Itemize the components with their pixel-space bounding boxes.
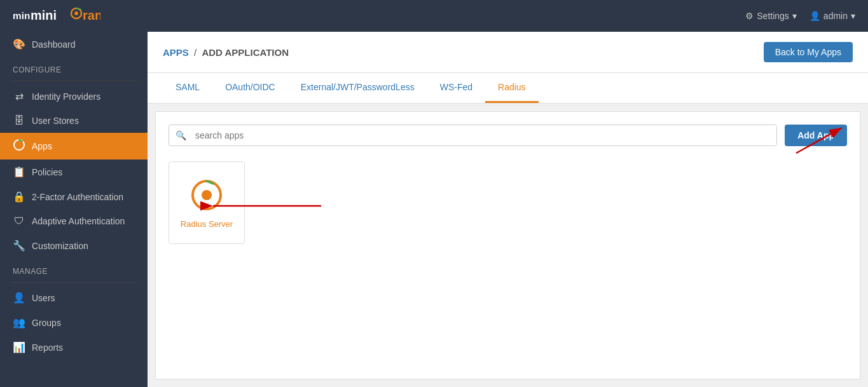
logo-icon: mini (13, 7, 31, 25)
2fa-icon: 🔒 (13, 191, 25, 203)
customization-icon: 🔧 (13, 240, 25, 252)
configure-section-label: Configure (0, 57, 148, 78)
sidebar-item-label: Groups (32, 318, 61, 328)
settings-menu[interactable]: ⚙ Settings ▾ (745, 11, 797, 21)
header-right: ⚙ Settings ▾ 👤 admin ▾ (745, 11, 855, 21)
search-row: 🔍 Add App (169, 125, 847, 146)
tabs-area: SAML OAuth/OIDC External/JWT/PasswordLes… (148, 73, 868, 104)
sidebar-item-label: 2-Factor Authentication (32, 192, 123, 202)
adaptive-auth-icon: 🛡 (13, 215, 25, 227)
tab-oauth[interactable]: OAuth/OIDC (212, 73, 288, 103)
app-card-label: Radius Server (181, 219, 233, 229)
breadcrumb-separator: / (194, 47, 196, 58)
user-stores-icon: 🗄 (13, 115, 25, 126)
search-box: 🔍 (169, 125, 777, 146)
groups-icon: 👥 (13, 316, 25, 329)
admin-caret-icon: ▾ (851, 11, 855, 21)
svg-text:mini: mini (13, 10, 31, 21)
apps-content-panel: 🔍 Add App (155, 111, 860, 379)
sidebar-item-label: Reports (32, 343, 63, 353)
search-input[interactable] (193, 125, 776, 146)
manage-divider (10, 282, 137, 283)
page-header: APPS / ADD APPLICATION Back to My Apps (148, 32, 868, 73)
logo: mini mini range (13, 6, 100, 26)
add-app-button[interactable]: Add App (785, 125, 847, 146)
settings-label: Settings (757, 11, 789, 21)
sidebar-item-label: Users (32, 293, 55, 303)
settings-caret-icon: ▾ (792, 11, 797, 21)
sidebar-item-user-stores[interactable]: 🗄 User Stores (0, 109, 148, 133)
gear-icon: ⚙ (745, 11, 754, 21)
main-layout: 🎨 Dashboard Configure ⇄ Identity Provide… (0, 32, 868, 387)
sidebar-item-groups[interactable]: 👥 Groups (0, 310, 148, 335)
sidebar-item-adaptive-auth[interactable]: 🛡 Adaptive Authentication (0, 209, 148, 233)
main-content: APPS / ADD APPLICATION Back to My Apps S… (148, 32, 868, 387)
sidebar-item-policies[interactable]: 📋 Policies (0, 160, 148, 184)
sidebar-item-apps[interactable]: Apps (0, 133, 148, 160)
sidebar-item-reports[interactable]: 📊 Reports (0, 335, 148, 360)
breadcrumb-apps-link[interactable]: APPS (163, 47, 189, 58)
admin-menu[interactable]: 👤 admin ▾ (809, 11, 855, 21)
sidebar-item-label: Policies (32, 167, 62, 177)
policies-icon: 📋 (13, 166, 25, 178)
top-header: mini mini range ⚙ Settings ▾ 👤 admin ▾ (0, 0, 868, 32)
users-icon: 👤 (13, 292, 25, 304)
search-add-row-container: 🔍 Add App (169, 125, 847, 146)
sidebar-item-label: User Stores (32, 116, 79, 126)
dashboard-icon: 🎨 (13, 38, 25, 50)
svg-point-3 (74, 11, 78, 15)
svg-point-12 (202, 190, 212, 200)
identity-providers-icon: ⇄ (13, 90, 25, 102)
sidebar-item-label: Dashboard (32, 39, 76, 50)
user-icon: 👤 (809, 11, 820, 21)
search-icon: 🔍 (169, 125, 193, 146)
sidebar-item-customization[interactable]: 🔧 Customization (0, 233, 148, 258)
app-card-radius-server[interactable]: Radius Server (169, 161, 245, 244)
configure-divider (10, 81, 137, 81)
sidebar-item-identity-providers[interactable]: ⇄ Identity Providers (0, 84, 148, 109)
sidebar-item-label: Apps (32, 141, 52, 151)
breadcrumb: APPS / ADD APPLICATION (163, 47, 289, 58)
sidebar-item-label: Customization (32, 241, 88, 251)
svg-text:mini: mini (31, 8, 57, 22)
sidebar: 🎨 Dashboard Configure ⇄ Identity Provide… (0, 32, 148, 387)
svg-point-7 (17, 143, 21, 147)
apps-grid: Radius Server (169, 161, 847, 244)
breadcrumb-current: ADD APPLICATION (202, 47, 289, 58)
tabs: SAML OAuth/OIDC External/JWT/PasswordLes… (163, 73, 853, 103)
radius-server-icon (189, 177, 224, 213)
admin-label: admin (823, 11, 848, 21)
reports-icon: 📊 (13, 341, 25, 353)
manage-section-label: Manage (0, 258, 148, 280)
tab-wsfed[interactable]: WS-Fed (427, 73, 485, 103)
svg-line-4 (76, 8, 81, 10)
sidebar-item-label: Identity Providers (32, 92, 100, 102)
sidebar-item-2fa[interactable]: 🔒 2-Factor Authentication (0, 184, 148, 209)
svg-text:range: range (83, 8, 100, 22)
tab-external[interactable]: External/JWT/PasswordLess (288, 73, 427, 103)
tab-radius[interactable]: Radius (485, 73, 539, 103)
sidebar-item-label: Adaptive Authentication (32, 216, 125, 226)
back-to-apps-button[interactable]: Back to My Apps (764, 42, 853, 62)
sidebar-item-dashboard[interactable]: 🎨 Dashboard (0, 32, 148, 57)
tab-saml[interactable]: SAML (163, 73, 212, 103)
sidebar-item-users[interactable]: 👤 Users (0, 285, 148, 310)
logo-full: mini range (31, 6, 100, 26)
apps-icon (13, 139, 25, 153)
